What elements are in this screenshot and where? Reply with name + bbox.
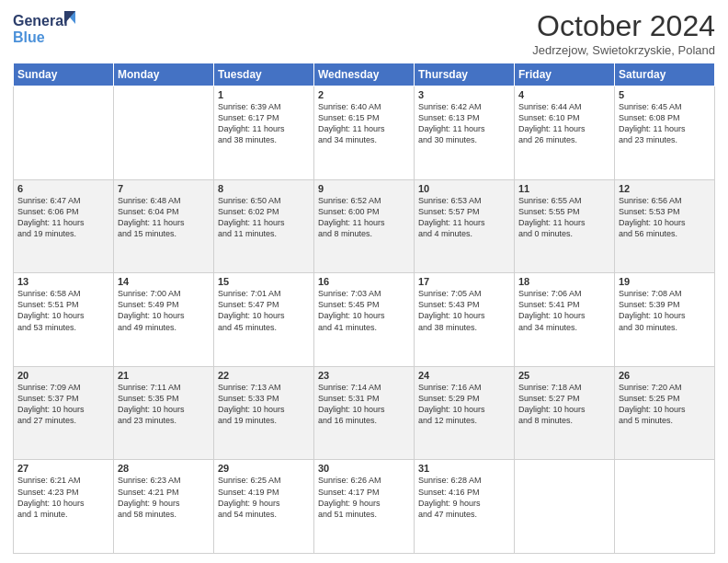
day-number: 20 xyxy=(17,370,109,381)
day-cell: 20Sunrise: 7:09 AM Sunset: 5:37 PM Dayli… xyxy=(14,366,114,460)
day-info: Sunrise: 7:20 AM Sunset: 5:25 PM Dayligh… xyxy=(619,382,711,427)
day-info: Sunrise: 6:47 AM Sunset: 6:06 PM Dayligh… xyxy=(17,195,109,240)
day-info: Sunrise: 6:28 AM Sunset: 4:16 PM Dayligh… xyxy=(418,475,510,520)
day-cell: 1Sunrise: 6:39 AM Sunset: 6:17 PM Daylig… xyxy=(214,86,314,180)
day-cell: 15Sunrise: 7:01 AM Sunset: 5:47 PM Dayli… xyxy=(214,273,314,367)
day-cell: 24Sunrise: 7:16 AM Sunset: 5:29 PM Dayli… xyxy=(415,366,515,460)
logo: General Blue xyxy=(13,9,77,51)
day-info: Sunrise: 6:26 AM Sunset: 4:17 PM Dayligh… xyxy=(318,475,410,520)
day-number: 12 xyxy=(619,183,711,194)
day-cell: 10Sunrise: 6:53 AM Sunset: 5:57 PM Dayli… xyxy=(415,179,515,273)
day-cell: 31Sunrise: 6:28 AM Sunset: 4:16 PM Dayli… xyxy=(415,460,515,554)
day-number: 10 xyxy=(418,183,510,194)
day-cell: 3Sunrise: 6:42 AM Sunset: 6:13 PM Daylig… xyxy=(415,86,515,180)
day-cell: 29Sunrise: 6:25 AM Sunset: 4:19 PM Dayli… xyxy=(214,460,314,554)
day-number: 9 xyxy=(318,183,410,194)
day-info: Sunrise: 6:56 AM Sunset: 5:53 PM Dayligh… xyxy=(619,195,711,240)
day-number: 26 xyxy=(619,370,711,381)
day-info: Sunrise: 6:48 AM Sunset: 6:04 PM Dayligh… xyxy=(118,195,210,240)
day-number: 14 xyxy=(118,276,210,287)
day-number: 27 xyxy=(17,463,109,474)
day-cell: 27Sunrise: 6:21 AM Sunset: 4:23 PM Dayli… xyxy=(14,460,114,554)
day-number: 30 xyxy=(318,463,410,474)
weekday-header-saturday: Saturday xyxy=(615,63,715,86)
day-info: Sunrise: 7:09 AM Sunset: 5:37 PM Dayligh… xyxy=(17,382,109,427)
day-cell: 19Sunrise: 7:08 AM Sunset: 5:39 PM Dayli… xyxy=(615,273,715,367)
day-cell: 30Sunrise: 6:26 AM Sunset: 4:17 PM Dayli… xyxy=(314,460,415,554)
weekday-header-monday: Monday xyxy=(114,63,214,86)
day-info: Sunrise: 7:18 AM Sunset: 5:27 PM Dayligh… xyxy=(518,382,610,427)
day-info: Sunrise: 6:53 AM Sunset: 5:57 PM Dayligh… xyxy=(418,195,510,240)
day-cell xyxy=(14,86,114,180)
day-cell xyxy=(114,86,214,180)
svg-text:Blue: Blue xyxy=(13,29,45,45)
day-cell: 11Sunrise: 6:55 AM Sunset: 5:55 PM Dayli… xyxy=(515,179,615,273)
day-number: 8 xyxy=(218,183,310,194)
day-info: Sunrise: 7:03 AM Sunset: 5:45 PM Dayligh… xyxy=(318,288,410,333)
day-number: 16 xyxy=(318,276,410,287)
day-number: 2 xyxy=(318,89,410,100)
week-row-5: 27Sunrise: 6:21 AM Sunset: 4:23 PM Dayli… xyxy=(14,460,715,554)
day-number: 31 xyxy=(418,463,510,474)
day-info: Sunrise: 6:44 AM Sunset: 6:10 PM Dayligh… xyxy=(518,101,610,146)
day-cell xyxy=(515,460,615,554)
day-cell: 12Sunrise: 6:56 AM Sunset: 5:53 PM Dayli… xyxy=(615,179,715,273)
week-row-4: 20Sunrise: 7:09 AM Sunset: 5:37 PM Dayli… xyxy=(14,366,715,460)
day-cell: 18Sunrise: 7:06 AM Sunset: 5:41 PM Dayli… xyxy=(515,273,615,367)
day-cell: 4Sunrise: 6:44 AM Sunset: 6:10 PM Daylig… xyxy=(515,86,615,180)
weekday-header-thursday: Thursday xyxy=(415,63,515,86)
day-cell xyxy=(615,460,715,554)
day-number: 19 xyxy=(619,276,711,287)
page: General Blue October 2024 Jedrzejow, Swi… xyxy=(0,0,728,563)
day-info: Sunrise: 7:01 AM Sunset: 5:47 PM Dayligh… xyxy=(218,288,310,333)
svg-text:General: General xyxy=(13,13,68,29)
day-number: 22 xyxy=(218,370,310,381)
day-cell: 21Sunrise: 7:11 AM Sunset: 5:35 PM Dayli… xyxy=(114,366,214,460)
header: General Blue October 2024 Jedrzejow, Swi… xyxy=(13,9,715,57)
day-info: Sunrise: 6:50 AM Sunset: 6:02 PM Dayligh… xyxy=(218,195,310,240)
day-number: 23 xyxy=(318,370,410,381)
day-cell: 25Sunrise: 7:18 AM Sunset: 5:27 PM Dayli… xyxy=(515,366,615,460)
week-row-1: 1Sunrise: 6:39 AM Sunset: 6:17 PM Daylig… xyxy=(14,86,715,180)
day-info: Sunrise: 7:08 AM Sunset: 5:39 PM Dayligh… xyxy=(619,288,711,333)
location-title: Jedrzejow, Swietokrzyskie, Poland xyxy=(532,43,715,57)
day-cell: 5Sunrise: 6:45 AM Sunset: 6:08 PM Daylig… xyxy=(615,86,715,180)
week-row-3: 13Sunrise: 6:58 AM Sunset: 5:51 PM Dayli… xyxy=(14,273,715,367)
day-cell: 28Sunrise: 6:23 AM Sunset: 4:21 PM Dayli… xyxy=(114,460,214,554)
day-info: Sunrise: 6:40 AM Sunset: 6:15 PM Dayligh… xyxy=(318,101,410,146)
day-number: 5 xyxy=(619,89,711,100)
day-info: Sunrise: 7:13 AM Sunset: 5:33 PM Dayligh… xyxy=(218,382,310,427)
day-number: 25 xyxy=(518,370,610,381)
day-info: Sunrise: 7:00 AM Sunset: 5:49 PM Dayligh… xyxy=(118,288,210,333)
day-number: 1 xyxy=(218,89,310,100)
title-block: October 2024 Jedrzejow, Swietokrzyskie, … xyxy=(532,9,715,57)
day-cell: 7Sunrise: 6:48 AM Sunset: 6:04 PM Daylig… xyxy=(114,179,214,273)
logo-svg: General Blue xyxy=(13,9,77,51)
day-number: 18 xyxy=(518,276,610,287)
day-info: Sunrise: 7:06 AM Sunset: 5:41 PM Dayligh… xyxy=(518,288,610,333)
day-number: 4 xyxy=(518,89,610,100)
weekday-header-sunday: Sunday xyxy=(14,63,114,86)
weekday-header-wednesday: Wednesday xyxy=(314,63,415,86)
day-info: Sunrise: 7:14 AM Sunset: 5:31 PM Dayligh… xyxy=(318,382,410,427)
day-number: 6 xyxy=(17,183,109,194)
day-info: Sunrise: 6:55 AM Sunset: 5:55 PM Dayligh… xyxy=(518,195,610,240)
weekday-header-tuesday: Tuesday xyxy=(214,63,314,86)
day-info: Sunrise: 7:05 AM Sunset: 5:43 PM Dayligh… xyxy=(418,288,510,333)
day-info: Sunrise: 7:11 AM Sunset: 5:35 PM Dayligh… xyxy=(118,382,210,427)
month-title: October 2024 xyxy=(532,9,715,43)
day-info: Sunrise: 6:39 AM Sunset: 6:17 PM Dayligh… xyxy=(218,101,310,146)
day-info: Sunrise: 7:16 AM Sunset: 5:29 PM Dayligh… xyxy=(418,382,510,427)
day-number: 24 xyxy=(418,370,510,381)
day-number: 13 xyxy=(17,276,109,287)
day-cell: 23Sunrise: 7:14 AM Sunset: 5:31 PM Dayli… xyxy=(314,366,415,460)
day-info: Sunrise: 6:21 AM Sunset: 4:23 PM Dayligh… xyxy=(17,475,109,520)
week-row-2: 6Sunrise: 6:47 AM Sunset: 6:06 PM Daylig… xyxy=(14,179,715,273)
day-cell: 2Sunrise: 6:40 AM Sunset: 6:15 PM Daylig… xyxy=(314,86,415,180)
day-cell: 9Sunrise: 6:52 AM Sunset: 6:00 PM Daylig… xyxy=(314,179,415,273)
day-number: 11 xyxy=(518,183,610,194)
day-info: Sunrise: 6:58 AM Sunset: 5:51 PM Dayligh… xyxy=(17,288,109,333)
day-cell: 22Sunrise: 7:13 AM Sunset: 5:33 PM Dayli… xyxy=(214,366,314,460)
day-cell: 8Sunrise: 6:50 AM Sunset: 6:02 PM Daylig… xyxy=(214,179,314,273)
day-number: 29 xyxy=(218,463,310,474)
